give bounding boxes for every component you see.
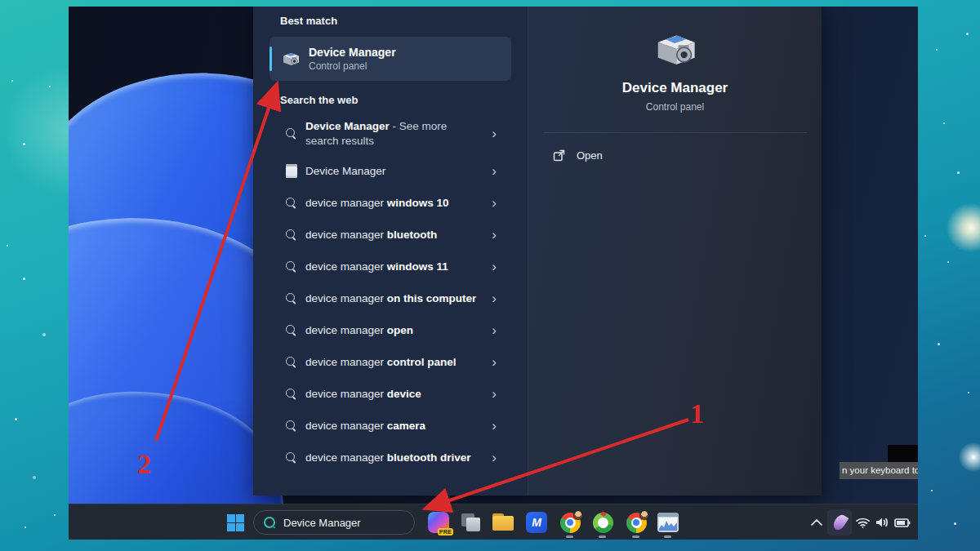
search-icon	[264, 517, 276, 529]
chevron-right-icon: ›	[492, 126, 497, 142]
chevron-right-icon: ›	[492, 227, 497, 243]
start-button[interactable]	[220, 508, 250, 537]
chevron-right-icon: ›	[492, 259, 497, 275]
tray-chevron-button[interactable]	[804, 509, 829, 535]
tray-feather-button[interactable]	[827, 509, 852, 535]
chevron-right-icon: ›	[492, 418, 497, 434]
stack-app-button[interactable]	[457, 509, 484, 535]
search-icon	[286, 452, 297, 464]
search-suggestion-row[interactable]: Device Manager ›	[270, 155, 511, 187]
best-match-title: Device Manager	[309, 46, 396, 59]
chrome-profile2-button[interactable]	[622, 509, 650, 535]
chevron-right-icon: ›	[492, 386, 497, 402]
running-indicator	[599, 535, 606, 538]
search-icon	[286, 128, 297, 140]
suggestion-text: Device Manager	[305, 164, 385, 179]
star-glow-large	[944, 201, 980, 255]
search-icon	[286, 229, 297, 241]
chart-app-icon	[657, 513, 679, 532]
suggestion-text: device manager on this computer	[305, 291, 476, 306]
best-match-subtitle: Control panel	[309, 60, 396, 72]
windows-logo-icon	[227, 514, 244, 531]
search-suggestion-row[interactable]: device manager device ›	[270, 378, 511, 410]
result-detail-pane: Device Manager Control panel Open	[528, 7, 822, 495]
search-icon	[286, 420, 297, 432]
profile-avatar	[639, 510, 649, 520]
chevron-right-icon: ›	[492, 322, 497, 339]
green-browser-button[interactable]	[589, 509, 617, 535]
chrome-icon	[560, 513, 581, 533]
tooltip-fragment: n your keyboard to t	[840, 462, 918, 479]
device-manager-icon-large	[651, 28, 700, 70]
search-web-header: Search the web	[280, 94, 528, 106]
search-icon	[286, 357, 297, 368]
search-suggestion-row[interactable]: device manager open ›	[270, 314, 511, 346]
feather-icon	[831, 513, 849, 532]
search-suggestion-row[interactable]: device manager windows 10 ›	[270, 187, 511, 219]
open-button[interactable]: Open	[540, 143, 810, 168]
search-suggestion-row[interactable]: device manager camera ›	[270, 410, 511, 442]
file-explorer-button[interactable]	[489, 509, 517, 535]
search-suggestion-row[interactable]: device manager on this computer ›	[270, 282, 511, 314]
best-match-header: Best match	[280, 15, 528, 27]
best-match-result[interactable]: Device Manager Control panel	[270, 37, 511, 81]
search-suggestion-row[interactable]: Device Manager - See more search results…	[270, 113, 511, 155]
search-icon	[286, 389, 297, 400]
copilot-button[interactable]: PRE	[425, 509, 452, 535]
search-icon	[286, 198, 297, 209]
detail-subtitle: Control panel	[528, 101, 822, 113]
search-flyout-panel: Best match Device Manager Control panel …	[253, 7, 822, 495]
clipped-window-fragment	[888, 445, 918, 462]
profile-avatar	[573, 510, 583, 520]
detail-title: Device Manager	[528, 80, 822, 96]
battery-icon	[894, 518, 911, 527]
suggestion-text: device manager windows 11	[305, 260, 448, 274]
suggestion-text: device manager windows 10	[305, 196, 449, 211]
chrome-profile1-button[interactable]	[556, 509, 584, 535]
taskbar-search-value: Device Manager	[283, 517, 361, 529]
running-indicator	[566, 535, 573, 538]
detail-divider	[543, 132, 807, 133]
search-icon	[286, 325, 297, 336]
wifi-button[interactable]	[853, 509, 872, 535]
search-suggestion-row[interactable]: device manager control panel ›	[270, 346, 511, 378]
search-results-column: Best match Device Manager Control panel …	[253, 7, 528, 495]
external-link-icon	[553, 149, 565, 162]
chevron-right-icon: ›	[492, 291, 497, 307]
chart-app-button[interactable]	[654, 509, 682, 535]
suggestion-text: device manager device	[305, 387, 421, 402]
chevron-right-icon: ›	[492, 450, 497, 466]
suggestion-text: device manager bluetooth	[305, 228, 437, 242]
chevron-right-icon: ›	[492, 354, 497, 371]
taskbar-search-box[interactable]: Device Manager	[253, 510, 415, 535]
open-label: Open	[577, 149, 603, 162]
suggestion-text: device manager control panel	[305, 355, 457, 370]
suggestion-text: device manager camera	[305, 419, 425, 433]
battery-button[interactable]	[892, 509, 913, 535]
copilot-icon: PRE	[428, 512, 449, 533]
search-suggestion-row[interactable]: device manager bluetooth ›	[270, 219, 511, 251]
volume-button[interactable]	[872, 509, 892, 535]
search-suggestion-row[interactable]: device manager bluetooth driver ›	[270, 442, 511, 473]
volume-icon	[875, 517, 889, 528]
star-glow-small	[957, 441, 980, 473]
chevron-up-icon	[811, 519, 822, 526]
chrome-icon	[626, 513, 647, 533]
copilot-pre-badge: PRE	[438, 528, 453, 535]
search-suggestion-row[interactable]: device manager windows 11 ›	[270, 251, 511, 282]
m-app-icon: M	[526, 512, 547, 533]
search-icon	[286, 293, 297, 304]
m-app-button[interactable]: M	[523, 509, 550, 535]
wifi-icon	[856, 518, 870, 528]
running-indicator	[664, 535, 671, 538]
suggestion-text: device manager open	[305, 323, 413, 338]
suggestion-text: Device Manager - See more search results	[305, 119, 479, 149]
folder-icon	[492, 513, 514, 531]
search-icon	[286, 261, 297, 273]
device-manager-icon	[281, 50, 301, 68]
stack-icon	[460, 512, 481, 533]
green-browser-icon	[593, 513, 613, 533]
running-indicator	[632, 535, 639, 538]
chevron-right-icon: ›	[492, 195, 497, 211]
chevron-right-icon: ›	[492, 163, 497, 180]
